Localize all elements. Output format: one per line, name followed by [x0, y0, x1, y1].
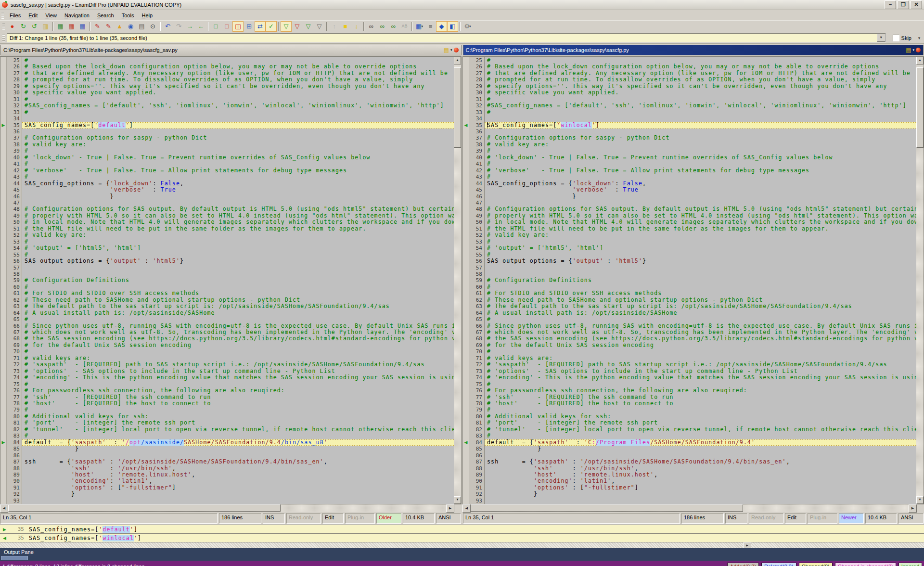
- code-line-88[interactable]: 88 'ssh' : '/usr/bin/ssh',: [463, 465, 916, 472]
- code-line-91[interactable]: 91 'options' : ["-fullstimer"]: [0, 485, 454, 491]
- code-line-32[interactable]: 32#SAS_config_names = ['default', 'ssh',…: [463, 103, 916, 109]
- file-dropdown-icon[interactable]: ▾: [912, 48, 914, 52]
- pane-body-right[interactable]: 25#26# Based upon the lock_down configur…: [463, 57, 916, 504]
- code-line-50[interactable]: 50# in local mode. Note that HTML 4.0 wi…: [463, 219, 916, 225]
- code-line-71[interactable]: 71# valid keys are:: [463, 355, 916, 361]
- code-line-93[interactable]: 93: [463, 498, 916, 504]
- code-line-25[interactable]: 25#: [463, 57, 916, 64]
- code-line-59[interactable]: 59# Configuration Definitions: [0, 277, 454, 283]
- menu-item-navigation[interactable]: Navigation: [61, 11, 93, 20]
- current-diff-combobox[interactable]: Diff 1: Change 1 line (35, first file) t…: [7, 33, 886, 42]
- line-details-icon[interactable]: ≡: [425, 21, 436, 32]
- code-line-80[interactable]: 80# Additional valid keys for ssh:: [0, 413, 454, 420]
- code-line-67[interactable]: 67# which does not work well as utf-8. S…: [463, 329, 916, 335]
- code-line-42[interactable]: 42# 'verbose' - True | False. True = All…: [463, 167, 916, 174]
- code-line-65[interactable]: 65#: [463, 316, 916, 322]
- code-line-66[interactable]: 66# Since python uses utf-8, running SAS…: [463, 323, 916, 329]
- edit-options-icon[interactable]: ◧: [447, 21, 458, 32]
- code-line-33[interactable]: 33#: [463, 109, 916, 116]
- skip-checkbox[interactable]: [893, 35, 899, 41]
- diff-list-scrollbar[interactable]: ▶: [0, 542, 924, 548]
- diffbar-overflow-icon[interactable]: ▾: [916, 36, 922, 40]
- code-line-64[interactable]: 64# A usual install path is: /opt/sasins…: [0, 310, 454, 316]
- code-line-64[interactable]: 64# A usual install path is: /opt/sasins…: [463, 310, 916, 316]
- code-line-31[interactable]: 31#: [0, 96, 454, 103]
- code-line-27[interactable]: 27# that are defined already. Any necess…: [0, 70, 454, 77]
- code-line-86[interactable]: 86: [463, 452, 916, 459]
- code-line-61[interactable]: 61# For STDIO and STDIO over SSH access …: [463, 290, 916, 296]
- second-file-header[interactable]: C:\Program Files\Python\Python37\Lib\sit…: [463, 45, 924, 55]
- code-line-38[interactable]: 38# valid key are:: [463, 142, 916, 148]
- code-line-25[interactable]: 25#: [0, 57, 454, 64]
- code-line-47[interactable]: 47: [463, 200, 916, 206]
- code-line-34[interactable]: 34: [0, 116, 454, 122]
- show-second-pane-icon[interactable]: □: [221, 21, 232, 32]
- settings-icon[interactable]: ⚙▾: [462, 21, 473, 32]
- find-icon[interactable]: ∞: [366, 21, 377, 32]
- print-icon[interactable]: ▤: [136, 21, 147, 32]
- menu-item-edit[interactable]: Edit: [25, 11, 41, 20]
- code-line-36[interactable]: 36: [463, 129, 916, 135]
- code-line-73[interactable]: 73# 'options' - SAS options to include i…: [463, 368, 916, 374]
- filter-options-icon[interactable]: ▽: [314, 21, 325, 32]
- code-line-74[interactable]: 74# 'encoding' - This is the python enco…: [463, 374, 916, 381]
- code-line-27[interactable]: 27# that are defined already. Any necess…: [463, 70, 916, 77]
- pane-body-left[interactable]: 25#26# Based upon the lock_down configur…: [0, 57, 454, 504]
- code-line-43[interactable]: 43#: [463, 174, 916, 180]
- code-line-92[interactable]: 92 }: [0, 491, 454, 497]
- code-line-50[interactable]: 50# in local mode. Note that HTML 4.0 wi…: [0, 219, 454, 225]
- code-line-69[interactable]: 69# for the default Unix SAS session enc…: [0, 342, 454, 348]
- current-change-icon[interactable]: ■: [340, 21, 351, 32]
- view-layout-icon[interactable]: ▦▾: [414, 21, 425, 32]
- output-scrollbar-thumb[interactable]: [1, 556, 28, 560]
- four-pane-view-icon[interactable]: ⊞: [244, 21, 255, 32]
- menu-grip[interactable]: [1, 12, 4, 19]
- save-both-files-icon[interactable]: ▦: [77, 21, 88, 32]
- code-line-93[interactable]: 93: [0, 498, 454, 504]
- scroll-left-icon[interactable]: ◀: [0, 504, 8, 513]
- code-line-58[interactable]: 58: [0, 271, 454, 277]
- code-line-68[interactable]: 68# the SAS session encoding (see https:…: [463, 335, 916, 342]
- next-change-icon[interactable]: ↓: [351, 21, 362, 32]
- edit-second-file-icon[interactable]: ✎: [103, 21, 114, 32]
- code-line-85[interactable]: 85 }: [463, 446, 916, 452]
- first-file-header[interactable]: C:\Program Files\Python\Python37\Lib\sit…: [0, 45, 462, 55]
- code-line-49[interactable]: 49# properly with HTML 5.0 so it can als…: [0, 213, 454, 219]
- scroll-up-icon[interactable]: ▲: [454, 57, 461, 64]
- code-line-37[interactable]: 37# Configuration options for saspy - py…: [463, 135, 916, 141]
- code-line-56[interactable]: 56SAS_output_options = {'output' : 'html…: [0, 258, 454, 264]
- combobox-dropdown-icon[interactable]: ▼: [877, 34, 886, 42]
- code-line-55[interactable]: 55#: [0, 252, 454, 258]
- code-line-91[interactable]: 91 'options' : ["-fullstimer"]: [463, 485, 916, 491]
- file-options-icon[interactable]: ▤: [906, 47, 911, 53]
- code-line-29[interactable]: 29# specify options=''. This way it's sp…: [463, 83, 916, 90]
- code-line-39[interactable]: 39#: [0, 148, 454, 154]
- code-line-72[interactable]: 72# 'saspath' - [REQUIRED] path to SAS s…: [463, 361, 916, 368]
- find-next-icon[interactable]: ∞: [377, 21, 388, 32]
- code-line-48[interactable]: 48# Configuration options for SAS output…: [0, 206, 454, 212]
- recompare-icon[interactable]: ↻: [18, 21, 29, 32]
- menu-item-help[interactable]: Help: [138, 11, 156, 20]
- toolbar-grip[interactable]: [2, 23, 5, 30]
- diffbar-grip[interactable]: [2, 35, 5, 41]
- code-line-52[interactable]: 52# valid key are:: [463, 232, 916, 238]
- code-line-74[interactable]: 74# 'encoding' - This is the python enco…: [0, 374, 454, 381]
- file-dropdown-icon[interactable]: ▾: [450, 48, 452, 52]
- open-files-icon[interactable]: ▥: [40, 21, 51, 32]
- swap-panes-icon[interactable]: ⇄: [255, 21, 266, 32]
- scrollbar-thumb[interactable]: [471, 504, 743, 512]
- code-line-40[interactable]: 40# 'lock_down' - True | False. True = P…: [0, 154, 454, 161]
- code-line-63[interactable]: 63# The default path to the sas start up…: [463, 303, 916, 309]
- auto-recompare-icon[interactable]: ✓: [266, 21, 277, 32]
- code-line-87[interactable]: 87ssh = {'saspath' : '/opt/sasinside/SAS…: [0, 459, 454, 465]
- code-line-56[interactable]: 56SAS_output_options = {'output' : 'html…: [463, 258, 916, 264]
- save-report-icon[interactable]: ▲: [114, 21, 125, 32]
- code-line-43[interactable]: 43#: [0, 174, 454, 180]
- file-options-icon[interactable]: ▤: [444, 47, 449, 53]
- code-line-57[interactable]: 57: [0, 265, 454, 271]
- hide-matching-filter-icon[interactable]: ▽: [292, 21, 303, 32]
- code-line-73[interactable]: 73# 'options' - SAS options to include i…: [0, 368, 454, 374]
- code-line-32[interactable]: 32#SAS_config_names = ['default', 'ssh',…: [0, 103, 454, 109]
- save-second-file-icon[interactable]: ▦: [66, 21, 77, 32]
- badge-added[interactable]: Added(0,3): [727, 563, 759, 566]
